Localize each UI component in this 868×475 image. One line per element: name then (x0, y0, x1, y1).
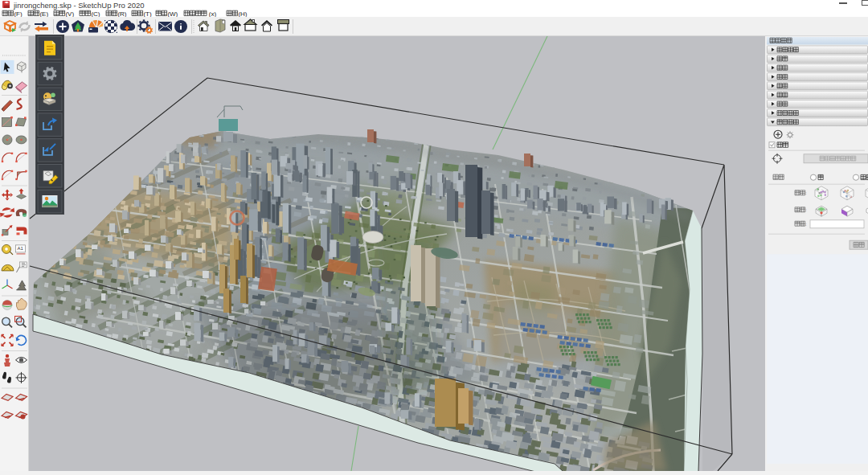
svg-text::: : (805, 190, 807, 195)
svg-text::: : (805, 207, 807, 212)
svg-text:A1: A1 (18, 246, 24, 251)
svg-text::: : (805, 222, 807, 227)
